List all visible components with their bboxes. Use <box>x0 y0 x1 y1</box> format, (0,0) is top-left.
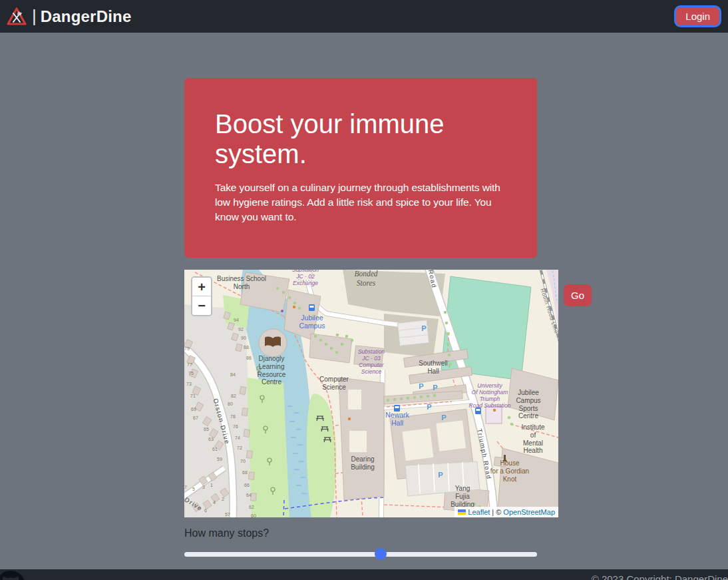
slider-track[interactable] <box>184 552 537 557</box>
hero-card: Boost your immune system. Take yourself … <box>184 78 537 258</box>
zoom-out-button[interactable]: − <box>192 296 211 315</box>
zoom-in-button[interactable]: + <box>192 278 211 296</box>
stops-question-label: How many stops? <box>184 527 728 539</box>
github-icon <box>0 571 25 580</box>
brand-divider: | <box>32 6 37 27</box>
map-tiles <box>184 270 558 517</box>
login-button[interactable]: Login <box>674 5 721 27</box>
go-button[interactable]: Go <box>564 284 592 306</box>
map-zoom-control: + − <box>191 276 212 316</box>
leaflet-link[interactable]: Leaflet <box>468 508 490 516</box>
map-canvas[interactable]: Business School NorthBonded StoresSubsta… <box>184 270 558 517</box>
footer: Find us on GitHub! © 2023 Copyright: Dan… <box>0 569 728 580</box>
attribution-separator: | © <box>492 508 501 516</box>
hero-description: Take yourself on a culinary journey thro… <box>215 180 506 224</box>
openstreetmap-link[interactable]: OpenStreetMap <box>503 508 555 516</box>
main-content: Boost your immune system. Take yourself … <box>0 78 728 560</box>
hero-title: Boost your immune system. <box>215 109 506 169</box>
brand: | DangerDine <box>7 6 131 27</box>
copyright-text: © 2023 Copyright: DangerDine <box>592 573 728 580</box>
stops-slider[interactable] <box>184 548 537 560</box>
flag-icon <box>458 509 466 515</box>
brand-name: DangerDine <box>41 7 132 26</box>
danger-dine-logo-icon <box>7 7 27 27</box>
header: | DangerDine Login <box>0 0 728 33</box>
map-attribution: Leaflet | © OpenStreetMap <box>455 507 558 517</box>
slider-thumb[interactable] <box>375 548 387 560</box>
